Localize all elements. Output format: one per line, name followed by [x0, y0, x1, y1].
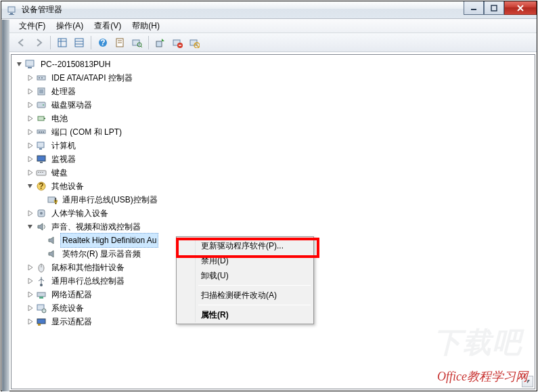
svg-point-54 — [40, 212, 43, 215]
tree-label: 人体学输入设备 — [49, 206, 110, 221]
network-icon — [36, 289, 47, 300]
controller-icon — [36, 72, 47, 83]
minimize-button[interactable] — [464, 1, 484, 15]
svg-point-39 — [41, 131, 42, 133]
tree-label: 其他设备 — [49, 179, 86, 194]
svg-rect-43 — [37, 156, 45, 161]
tree-item-cpu[interactable]: 处理器 — [14, 85, 535, 98]
watermark-logo: 下载吧 — [433, 324, 522, 362]
ctx-properties[interactable]: 属性(R) — [178, 307, 312, 322]
update-driver-button[interactable] — [152, 35, 169, 51]
expand-icon[interactable] — [25, 303, 36, 313]
mouse-icon — [36, 262, 47, 273]
ctx-label: 属性(R) — [201, 309, 229, 321]
collapse-icon[interactable] — [14, 59, 25, 70]
battery-icon — [36, 113, 47, 124]
svg-point-34 — [43, 104, 44, 106]
tree-label-selected: Realtek High Definition Au — [60, 233, 158, 248]
svg-rect-51 — [48, 197, 55, 202]
ctx-uninstall[interactable]: 卸载(U) — [178, 268, 312, 283]
tree-label: 网络适配器 — [49, 287, 94, 302]
svg-rect-36 — [44, 118, 45, 119]
svg-rect-8 — [75, 39, 83, 47]
ctx-scan[interactable]: 扫描检测硬件改动(A) — [178, 288, 312, 303]
menu-action[interactable]: 操作(A) — [51, 19, 89, 33]
svg-rect-63 — [38, 324, 41, 326]
tree-label: 显示适配器 — [49, 314, 94, 329]
collapse-icon[interactable] — [25, 221, 36, 232]
expand-icon[interactable] — [25, 113, 36, 124]
expand-icon[interactable] — [25, 154, 36, 165]
tree-item-other[interactable]: ? 其他设备 — [14, 179, 535, 193]
back-button[interactable] — [14, 35, 30, 51]
tree-item-ide[interactable]: IDE ATA/ATAPI 控制器 — [14, 71, 535, 85]
uninstall-button[interactable] — [169, 35, 185, 51]
tree-item-battery[interactable]: 电池 — [14, 112, 535, 125]
svg-rect-48 — [42, 172, 43, 173]
collapse-icon[interactable] — [25, 181, 36, 192]
tree-label: 英特尔(R) 显示器音频 — [60, 246, 143, 261]
expand-icon[interactable] — [25, 100, 36, 110]
system-icon — [36, 303, 47, 313]
view-detail-button[interactable] — [71, 35, 87, 51]
ctx-separator — [198, 305, 311, 305]
maximize-button[interactable] — [484, 1, 504, 15]
tree-label: 计算机 — [49, 138, 78, 153]
ctx-disable[interactable]: 禁用(D) — [178, 253, 312, 268]
ctx-label: 扫描检测硬件改动(A) — [201, 290, 277, 301]
scan-button[interactable] — [129, 35, 145, 51]
disable-button[interactable] — [186, 35, 202, 51]
ctx-update-driver[interactable]: 更新驱动程序软件(P)... — [178, 238, 312, 253]
tree-root[interactable]: PC--20150813PUH — [14, 58, 535, 71]
close-button[interactable] — [504, 1, 537, 15]
tree-item-ports[interactable]: 端口 (COM 和 LPT) — [14, 125, 535, 139]
tree-item-sound[interactable]: 声音、视频和游戏控制器 — [14, 220, 535, 234]
tree-label: 端口 (COM 和 LPT) — [49, 125, 124, 139]
tree-label: 处理器 — [49, 84, 78, 99]
svg-text:!: ! — [55, 196, 57, 205]
tree-item-computer[interactable]: 计算机 — [14, 139, 535, 152]
svg-rect-62 — [37, 319, 45, 324]
usb-icon — [36, 276, 47, 286]
tree-label: 监视器 — [49, 152, 78, 167]
expand-icon[interactable] — [25, 289, 36, 300]
svg-rect-3 — [471, 9, 476, 10]
expand-icon[interactable] — [25, 262, 36, 273]
expand-icon[interactable] — [25, 316, 36, 327]
view-list-button[interactable] — [54, 35, 70, 51]
tree-item-keyboard[interactable]: 键盘 — [14, 166, 535, 179]
svg-rect-44 — [40, 162, 43, 163]
expand-icon[interactable] — [25, 167, 36, 178]
svg-rect-41 — [37, 142, 44, 148]
properties-button[interactable] — [112, 35, 128, 51]
tree-item-monitor[interactable]: 监视器 — [14, 152, 535, 166]
ctx-label: 禁用(D) — [201, 255, 229, 267]
expand-icon[interactable] — [25, 127, 36, 137]
svg-rect-59 — [39, 297, 43, 299]
tree-label: IDE ATA/ATAPI 控制器 — [49, 70, 135, 85]
speaker-icon — [47, 248, 58, 259]
svg-rect-19 — [156, 41, 162, 47]
tree-item-usb-unknown[interactable]: ! 通用串行总线(USB)控制器 — [14, 193, 535, 206]
ctx-label: 更新驱动程序软件(P)... — [201, 240, 284, 252]
svg-text:?: ? — [100, 38, 105, 47]
expand-icon[interactable] — [25, 140, 36, 151]
expand-icon[interactable] — [25, 276, 36, 286]
tree-item-disk[interactable]: 磁盘驱动器 — [14, 98, 535, 112]
menu-file[interactable]: 文件(F) — [14, 19, 51, 33]
expand-icon[interactable] — [25, 86, 36, 97]
expand-icon[interactable] — [25, 72, 36, 83]
menu-help[interactable]: 帮助(H) — [127, 19, 165, 33]
expand-icon[interactable] — [25, 208, 36, 219]
menu-view[interactable]: 查看(V) — [89, 19, 127, 33]
ctx-label: 卸载(U) — [201, 270, 229, 282]
tree-label: 系统设备 — [49, 301, 86, 315]
tree-item-hid[interactable]: 人体学输入设备 — [14, 206, 535, 220]
menu-bar: 文件(F) 操作(A) 查看(V) 帮助(H) — [9, 19, 537, 33]
speaker-icon — [47, 235, 58, 246]
tree-label: 键盘 — [49, 165, 70, 180]
help-button[interactable]: ? — [95, 35, 111, 51]
forward-button[interactable] — [30, 35, 47, 51]
app-icon — [7, 5, 18, 16]
monitor-icon — [36, 154, 47, 165]
